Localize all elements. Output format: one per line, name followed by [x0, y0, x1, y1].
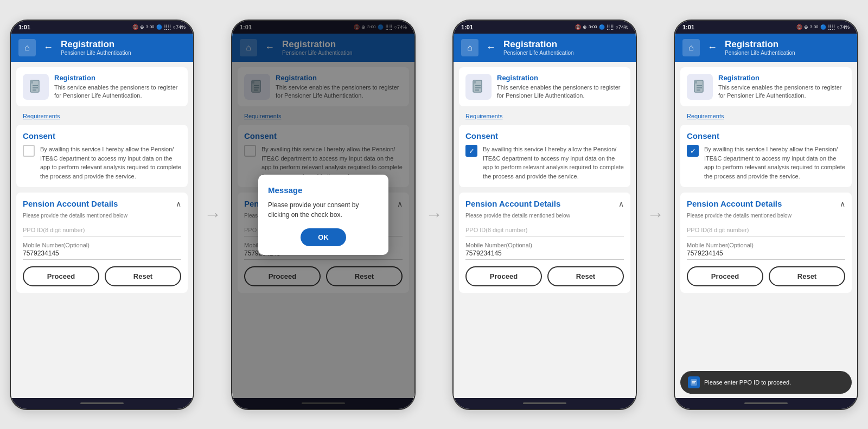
toast-notification: Please enter PPO ID to proceed.: [680, 371, 852, 394]
pension-account-title: Pension Account Details: [465, 199, 560, 208]
consent-text: By availing this service I hereby allow …: [704, 145, 845, 181]
home-indicator: [80, 402, 124, 404]
registration-icon: [687, 74, 713, 100]
phone-wrapper-4: 1:01 📵⊕ 3:00 🔵 ⣿⣿ ○74% ⌂ ← Registration …: [674, 20, 858, 410]
arrow-3: →: [647, 204, 664, 225]
mobile-label: Mobile Number(Optional): [465, 242, 624, 248]
action-buttons: Proceed Reset: [23, 266, 181, 286]
dialog-ok-button[interactable]: OK: [301, 228, 346, 246]
svg-rect-11: [473, 80, 476, 84]
mobile-value: 7579234145: [465, 249, 624, 260]
home-icon: ⌂: [24, 43, 30, 53]
svg-rect-20: [691, 379, 697, 386]
back-button[interactable]: ←: [41, 42, 55, 53]
consent-title: Consent: [687, 131, 845, 140]
mobile-label: Mobile Number(Optional): [687, 242, 845, 248]
header-sub-title: Pensioner Life Authentication: [725, 50, 850, 56]
home-indicator: [523, 402, 566, 404]
consent-checkbox[interactable]: ✓: [687, 145, 699, 157]
requirements-link[interactable]: Requirements: [680, 113, 852, 119]
status-icons: 📵⊕ 3:00 🔵 ⣿⣿ ○74%: [132, 24, 186, 30]
registration-text: Registration This service enables the pe…: [54, 74, 181, 100]
pension-subtitle: Please provide the details mentioned bel…: [687, 213, 845, 219]
svg-rect-1: [30, 80, 33, 84]
consent-title: Consent: [465, 131, 624, 140]
status-time: 1:01: [682, 24, 694, 30]
back-button[interactable]: ←: [484, 42, 498, 53]
status-time: 1:01: [18, 24, 30, 30]
consent-card: Consent ✓ By availing this service I her…: [459, 125, 630, 187]
pension-header: Pension Account Details ∧: [23, 199, 181, 208]
message-dialog: Message Please provide your consent by c…: [258, 175, 388, 255]
home-icon: ⌂: [688, 43, 694, 53]
consent-checkbox[interactable]: [23, 145, 35, 157]
consent-row: By availing this service I hereby allow …: [23, 145, 181, 181]
toast-message: Please enter PPO ID to proceed.: [704, 379, 791, 386]
registration-description: This service enables the pensioners to r…: [54, 84, 181, 100]
ppo-id-input[interactable]: [23, 224, 181, 236]
reset-button[interactable]: Reset: [769, 266, 845, 286]
consent-checkbox[interactable]: ✓: [465, 145, 477, 157]
header-main-title: Registration: [61, 39, 186, 50]
svg-rect-16: [694, 80, 697, 84]
requirements-link[interactable]: Requirements: [16, 113, 188, 119]
registration-card: Registration This service enables the pe…: [459, 67, 630, 107]
back-button[interactable]: ←: [705, 42, 719, 53]
consent-card: Consent By availing this service I hereb…: [16, 125, 188, 187]
proceed-button[interactable]: Proceed: [23, 266, 99, 286]
status-bar: 1:01 📵⊕ 3:00 🔵 ⣿⣿ ○74%: [454, 21, 636, 34]
phone-4: 1:01 📵⊕ 3:00 🔵 ⣿⣿ ○74% ⌂ ← Registration …: [674, 20, 858, 410]
header-sub-title: Pensioner Life Authentication: [61, 50, 186, 56]
collapse-icon[interactable]: ∧: [618, 200, 624, 208]
home-button[interactable]: ⌂: [461, 39, 478, 56]
app-header: ⌂ ← Registration Pensioner Life Authenti…: [11, 34, 193, 62]
pension-header: Pension Account Details ∧: [687, 199, 845, 208]
content-area: Registration This service enables the pe…: [454, 62, 636, 398]
pension-account-title: Pension Account Details: [23, 199, 118, 208]
consent-title: Consent: [23, 131, 181, 140]
pension-account-card: Pension Account Details ∧ Please provide…: [16, 193, 188, 293]
phone-wrapper-2: 1:01 📵⊕ 3:00 🔵 ⣿⣿ ○74% ⌂ ← Registration …: [231, 20, 416, 410]
header-sub-title: Pensioner Life Authentication: [503, 50, 628, 56]
home-button[interactable]: ⌂: [682, 39, 700, 56]
registration-card: Registration This service enables the pe…: [16, 67, 188, 107]
ppo-id-input[interactable]: [687, 224, 845, 236]
bottom-bar: [454, 398, 636, 409]
home-button[interactable]: ⌂: [18, 39, 36, 56]
proceed-button[interactable]: Proceed: [687, 266, 763, 286]
header-title-block: Registration Pensioner Life Authenticati…: [725, 39, 850, 56]
ppo-id-input[interactable]: [465, 224, 624, 236]
registration-title: Registration: [497, 74, 624, 82]
pension-account-card: Pension Account Details ∧ Please provide…: [680, 193, 852, 293]
phone-1: 1:01 📵⊕ 3:00 🔵 ⣿⣿ ○74% ⌂ ← Registration …: [10, 20, 194, 410]
header-main-title: Registration: [503, 39, 628, 50]
requirements-link[interactable]: Requirements: [459, 113, 630, 119]
dialog-message: Please provide your consent by clicking …: [268, 200, 379, 220]
modal-overlay: Message Please provide your consent by c…: [232, 21, 414, 409]
consent-text: By availing this service I hereby allow …: [40, 145, 181, 181]
action-buttons: Proceed Reset: [687, 266, 845, 286]
header-main-title: Registration: [725, 39, 850, 50]
collapse-icon[interactable]: ∧: [840, 200, 845, 208]
pension-header: Pension Account Details ∧: [465, 199, 624, 208]
proceed-button[interactable]: Proceed: [465, 266, 542, 286]
collapse-icon[interactable]: ∧: [176, 200, 181, 208]
registration-card: Registration This service enables the pe…: [680, 67, 852, 107]
consent-text: By availing this service I hereby allow …: [483, 145, 624, 181]
status-bar: 1:01 📵⊕ 3:00 🔵 ⣿⣿ ○74%: [675, 21, 857, 34]
content-area: Registration This service enables the pe…: [675, 62, 857, 398]
phone-3: 1:01 📵⊕ 3:00 🔵 ⣿⣿ ○74% ⌂ ← Registration …: [452, 20, 637, 410]
consent-card: Consent ✓ By availing this service I her…: [680, 125, 852, 187]
pension-subtitle: Please provide the details mentioned bel…: [465, 213, 624, 219]
status-bar: 1:01 📵⊕ 3:00 🔵 ⣿⣿ ○74%: [11, 21, 193, 34]
bottom-bar: [675, 398, 857, 409]
pension-account-card: Pension Account Details ∧ Please provide…: [459, 193, 630, 293]
reset-button[interactable]: Reset: [105, 266, 181, 286]
reset-button[interactable]: Reset: [547, 266, 624, 286]
arrow-2: →: [425, 204, 443, 225]
app-header: ⌂ ← Registration Pensioner Life Authenti…: [675, 34, 857, 62]
dialog-title: Message: [268, 185, 379, 195]
pension-account-title: Pension Account Details: [687, 199, 782, 208]
registration-description: This service enables the pensioners to r…: [497, 84, 624, 100]
registration-text: Registration This service enables the pe…: [718, 74, 845, 100]
